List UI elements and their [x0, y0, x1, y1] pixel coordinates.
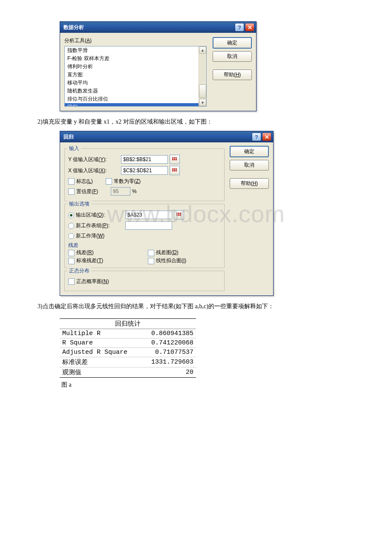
step2-text: 2)填充应变量 y 和自变量 x1，x2 对应的区域和输出区域，如下图：	[26, 117, 366, 127]
normal-legend: 正态分布	[67, 267, 91, 275]
scroll-thumb[interactable]	[199, 84, 206, 98]
cancel-button[interactable]: 取消	[230, 160, 269, 171]
table-row: 标准误差1331.729603	[60, 357, 196, 367]
const-zero-checkbox[interactable]: 常数为零(Z)	[106, 178, 141, 185]
x-range-input[interactable]: $C$2:$D$21	[121, 166, 168, 175]
y-range-label: Y 值输入区域(Y):	[68, 156, 119, 163]
output-group: 输出选项 输出区域(O): $A$23 新工作表组(P): 新工作薄(W) 残差	[64, 204, 225, 268]
analysis-tool-list[interactable]: 指数平滑 F-检验 双样本方差 傅利叶分析 直方图 移动平均 随机数发生器 排位…	[64, 46, 207, 107]
residual-plot-checkbox[interactable]: 残差图(D)	[148, 249, 221, 256]
list-item[interactable]: F-检验 双样本方差	[65, 55, 199, 63]
list-item[interactable]: 傅利叶分析	[65, 63, 199, 71]
data-analysis-dialog: 数据分析 ? ✕ 分析工具(A) 指数平滑 F-检验 双样本方差 傅利叶分析 直…	[60, 21, 257, 111]
table-row: Adjusted R Square0.71077537	[60, 347, 196, 357]
list-item-selected[interactable]: 回归	[65, 103, 199, 106]
cancel-button[interactable]: 取消	[213, 51, 252, 62]
dialog-title: 回归	[62, 133, 74, 141]
scroll-down-icon[interactable]: ▼	[199, 99, 206, 106]
step3-text: 3)点击确定后将出现多元线性回归的结果，对于结果(如下图 a,b,c)的一些重要…	[26, 302, 366, 311]
residual-legend: 残差	[68, 242, 221, 249]
dialog-title: 数据分析	[62, 24, 84, 31]
new-worksheet-radio[interactable]: 新工作表组(P):	[68, 222, 124, 229]
table-title: 回归统计	[60, 318, 196, 329]
list-item[interactable]: 直方图	[65, 71, 199, 79]
list-item[interactable]: 排位与百分比排位	[65, 95, 199, 103]
confidence-input[interactable]: 95	[111, 187, 130, 196]
regression-dialog: 回归 ? ✕ 输入 Y 值输入区域(Y): $B$2:$B$21 X 值输入区域…	[60, 131, 274, 296]
help-button[interactable]: 帮助(H)	[213, 69, 252, 80]
residuals-checkbox[interactable]: 残差(R)	[68, 249, 141, 256]
close-icon[interactable]: ✕	[262, 133, 271, 141]
scrollbar[interactable]: ▲ ▼	[199, 46, 206, 106]
std-residuals-checkbox[interactable]: 标准残差(T)	[68, 257, 141, 264]
output-range-input[interactable]: $A$23	[125, 211, 172, 219]
confidence-checkbox[interactable]: 置信度(F)	[68, 188, 109, 195]
list-label: 分析工具(A)	[64, 37, 207, 44]
help-button[interactable]: 帮助(H)	[230, 178, 269, 189]
table-row: Multiple R0.860941385	[60, 329, 196, 338]
figure-a-caption: 图 a	[61, 381, 366, 389]
normal-prob-checkbox[interactable]: 正态概率图(N)	[68, 278, 109, 285]
normal-group: 正态分布 正态概率图(N)	[64, 271, 225, 291]
ok-button[interactable]: 确定	[213, 37, 252, 49]
help-icon[interactable]: ?	[235, 23, 244, 32]
range-picker-icon[interactable]	[174, 210, 184, 220]
titlebar[interactable]: 回归 ? ✕	[60, 131, 273, 142]
titlebar[interactable]: 数据分析 ? ✕	[60, 22, 256, 33]
linefit-plot-checkbox[interactable]: 线性拟合图(I)	[148, 257, 221, 264]
table-row: 观测值20	[60, 367, 196, 377]
regression-stats-table: 回归统计 Multiple R0.860941385 R Square0.741…	[60, 318, 196, 378]
list-item[interactable]: 随机数发生器	[65, 87, 199, 95]
output-range-radio[interactable]: 输出区域(O):	[68, 211, 124, 219]
list-item[interactable]: 移动平均	[65, 79, 199, 87]
new-workbook-radio[interactable]: 新工作薄(W)	[68, 232, 104, 240]
range-picker-icon[interactable]	[170, 166, 180, 175]
input-legend: 输入	[67, 145, 81, 152]
close-icon[interactable]: ✕	[245, 23, 254, 32]
new-worksheet-input[interactable]	[125, 221, 172, 230]
ok-button[interactable]: 确定	[230, 146, 269, 157]
help-icon[interactable]: ?	[252, 133, 261, 141]
percent-label: %	[132, 188, 137, 194]
scroll-up-icon[interactable]: ▲	[199, 46, 206, 54]
x-range-label: X 值输入区域(X):	[68, 167, 119, 174]
input-group: 输入 Y 值输入区域(Y): $B$2:$B$21 X 值输入区域(X): $C…	[64, 148, 225, 201]
table-row: R Square0.741220068	[60, 338, 196, 347]
y-range-input[interactable]: $B$2:$B$21	[121, 155, 168, 164]
output-legend: 输出选项	[67, 200, 91, 208]
labels-checkbox[interactable]: 标志(L)	[68, 178, 93, 185]
list-item[interactable]: 指数平滑	[65, 46, 199, 55]
range-picker-icon[interactable]	[170, 155, 180, 164]
